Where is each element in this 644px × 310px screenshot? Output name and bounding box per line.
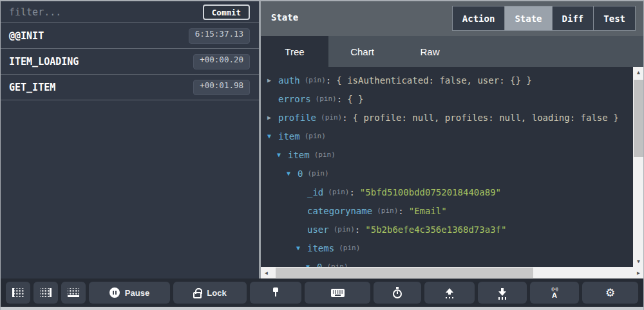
bottom-toolbar: Pause Lock ((•))A — [1, 278, 643, 307]
tree-string-value: "5bfd5100bdd0752018440a89" — [355, 187, 501, 197]
lock-label: Lock — [207, 288, 226, 298]
action-time-badge: +00:01.98 — [193, 80, 250, 95]
dispatcher-button[interactable] — [305, 282, 370, 304]
upload-icon — [445, 288, 454, 298]
tab-state[interactable]: State — [504, 6, 552, 31]
action-time-badge: +00:00.20 — [193, 54, 250, 69]
action-name: @@INIT — [1, 30, 44, 42]
collapsed-arrow-icon[interactable]: ▶ — [267, 77, 278, 84]
tree-row[interactable]: _id(pin):"5bfd5100bdd0752018440a89" — [261, 183, 633, 201]
tree-key: 0 — [317, 262, 322, 268]
expanded-arrow-icon[interactable]: ▼ — [277, 151, 288, 158]
slider-button[interactable] — [374, 282, 421, 304]
tree-string-value: "5b2b6efe4c356e1368d73a3f" — [360, 224, 506, 235]
tab-diff[interactable]: Diff — [552, 6, 594, 31]
keyboard-icon — [331, 289, 345, 297]
tree-row[interactable]: ▼0(pin) — [261, 164, 633, 183]
pause-button[interactable]: Pause — [89, 282, 170, 304]
tree-preview: { isAuthenticated: false, user: {} } — [331, 75, 531, 86]
dock-left-icon — [12, 288, 24, 297]
tree-pin-label[interactable]: (pin) — [322, 262, 348, 267]
tab-action[interactable]: Action — [452, 6, 506, 31]
tree-pin-label[interactable]: (pin) — [323, 188, 349, 196]
filter-bar: Commit — [1, 1, 259, 23]
remote-button[interactable]: ((•))A — [530, 282, 579, 304]
tree-colon: : — [342, 113, 347, 123]
pin-button[interactable] — [250, 282, 301, 304]
tab-test[interactable]: Test — [593, 6, 636, 31]
tree-row[interactable]: ▼0(pin) — [261, 257, 633, 267]
tree-row[interactable]: ▼item(pin) — [261, 127, 633, 145]
tree-pin-label[interactable]: (pin) — [310, 150, 336, 159]
horizontal-scrollbar[interactable]: ◀ ▶ — [261, 267, 644, 278]
inspector-tab-group: ActionStateDiffTest — [453, 6, 636, 31]
tree-colon: : — [337, 94, 342, 104]
dock-bottom-icon — [68, 288, 79, 297]
collapsed-arrow-icon[interactable]: ▶ — [267, 114, 278, 121]
lock-icon — [193, 292, 202, 298]
commit-button[interactable]: Commit — [203, 5, 250, 20]
tree-row[interactable]: ▼items(pin) — [261, 239, 633, 257]
subtab-chart[interactable]: Chart — [328, 36, 396, 67]
tree-colon: : — [349, 187, 354, 197]
scroll-left-icon[interactable]: ◀ — [261, 267, 272, 278]
redux-devtools-window: Commit @@INIT6:15:37.13ITEM_LOADING+00:0… — [0, 0, 644, 310]
tree-preview: { profile: null, profiles: null, loading… — [348, 113, 619, 123]
state-tree: ▶auth(pin):{ isAuthenticated: false, use… — [261, 67, 633, 267]
dock-left-button[interactable] — [6, 282, 30, 304]
dock-bottom-button[interactable] — [61, 282, 86, 304]
tree-key: categoryname — [307, 206, 372, 216]
tree-row[interactable]: ▶profile(pin):{ profile: null, profiles:… — [261, 108, 633, 127]
action-list-item[interactable]: GET_ITEM+00:01.98 — [1, 75, 259, 100]
scroll-down-icon[interactable]: ▼ — [633, 256, 644, 267]
tree-key: profile — [278, 113, 316, 123]
tree-pin-label[interactable]: (pin) — [303, 169, 328, 178]
lock-button[interactable]: Lock — [173, 282, 247, 304]
scroll-up-icon[interactable]: ▲ — [633, 67, 644, 78]
tree-pin-label[interactable]: (pin) — [372, 206, 398, 215]
action-list-item[interactable]: @@INIT6:15:37.13 — [1, 23, 259, 49]
expanded-arrow-icon[interactable]: ▼ — [267, 132, 278, 140]
subtab-tree[interactable]: Tree — [261, 36, 328, 67]
gear-icon: ⚙ — [605, 287, 615, 298]
tree-pin-label[interactable]: (pin) — [300, 76, 326, 84]
settings-button[interactable]: ⚙ — [582, 282, 638, 304]
vertical-scrollbar[interactable]: ▲ ▼ — [633, 67, 644, 267]
download-icon — [498, 288, 507, 298]
tree-row[interactable]: user(pin):"5b2b6efe4c356e1368d73a3f" — [261, 220, 633, 239]
tree-pin-label[interactable]: (pin) — [311, 95, 337, 103]
import-button[interactable] — [424, 282, 475, 304]
action-list-item[interactable]: ITEM_LOADING+00:00.20 — [1, 49, 259, 75]
tree-key: _id — [307, 187, 323, 197]
action-name: GET_ITEM — [1, 82, 55, 93]
tree-pin-label[interactable]: (pin) — [329, 225, 355, 233]
export-button[interactable] — [478, 282, 527, 304]
inspector-title: State — [271, 12, 298, 23]
tree-key: auth — [278, 75, 300, 86]
scroll-right-icon[interactable]: ▶ — [633, 267, 644, 278]
broadcast-icon: ((•))A — [551, 287, 558, 299]
tree-row[interactable]: categoryname(pin):"Email" — [261, 201, 633, 220]
tree-pin-label[interactable]: (pin) — [334, 244, 360, 252]
tree-row[interactable]: errors(pin):{ } — [261, 89, 633, 108]
tree-key: 0 — [298, 169, 303, 179]
tree-colon: : — [326, 75, 331, 86]
tree-row[interactable]: ▶auth(pin):{ isAuthenticated: false, use… — [261, 71, 633, 89]
action-time-badge: 6:15:37.13 — [189, 28, 250, 44]
dock-right-button[interactable] — [33, 282, 58, 304]
pin-icon — [272, 287, 279, 298]
pause-icon — [109, 287, 120, 298]
vertical-scroll-thumb[interactable] — [634, 80, 643, 157]
expanded-arrow-icon[interactable]: ▼ — [296, 244, 307, 251]
tree-row[interactable]: ▼item(pin) — [261, 145, 633, 164]
subtab-raw[interactable]: Raw — [396, 36, 464, 67]
state-tree-area: ▶auth(pin):{ isAuthenticated: false, use… — [261, 67, 644, 278]
tree-key: errors — [278, 94, 311, 104]
pause-label: Pause — [125, 288, 149, 298]
expanded-arrow-icon[interactable]: ▼ — [287, 170, 298, 177]
tree-pin-label[interactable]: (pin) — [316, 113, 342, 122]
tree-key: items — [307, 243, 334, 253]
horizontal-scroll-thumb[interactable] — [276, 268, 533, 278]
window-bottom-edge — [1, 307, 643, 310]
tree-pin-label[interactable]: (pin) — [300, 132, 326, 140]
